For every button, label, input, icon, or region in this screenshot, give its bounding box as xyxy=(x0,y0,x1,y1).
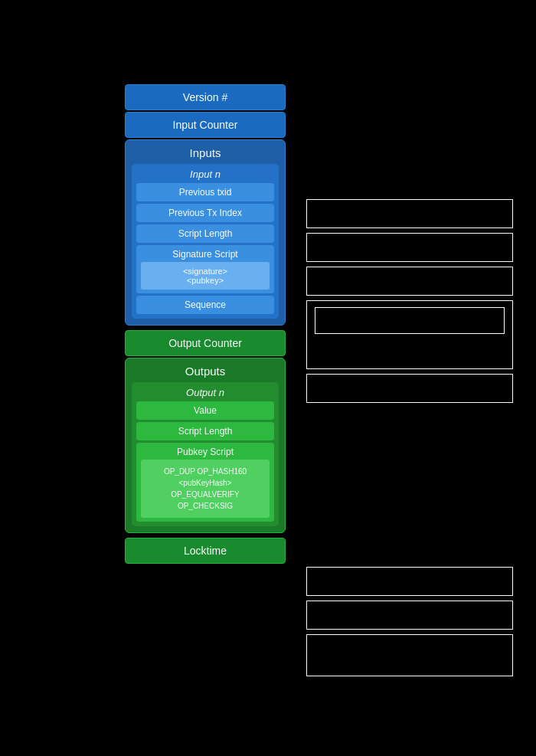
pubkey-script-outer: Pubkey Script OP_DUP OP_HASH160<pubKeyHa… xyxy=(136,443,274,522)
previous-tx-index-block: Previous Tx Index xyxy=(136,204,274,222)
inputs-outer: Inputs Input n Previous txid Previous Tx… xyxy=(125,139,286,326)
pubkey-script-inner: OP_DUP OP_HASH160<pubKeyHash>OP_EQUALVER… xyxy=(141,460,270,518)
outputs-label: Outputs xyxy=(132,365,279,378)
locktime-block: Locktime xyxy=(125,538,286,564)
previous-txid-block: Previous txid xyxy=(136,183,274,201)
outputs-outer: Outputs Output n Value Script Length Pub… xyxy=(125,358,286,533)
input-counter-block: Input Counter xyxy=(125,112,286,138)
value-block: Value xyxy=(136,401,274,420)
input-n-outer: Input n Previous txid Previous Tx Index … xyxy=(132,164,279,319)
output-counter-block: Output Counter xyxy=(125,330,286,356)
input-n-label: Input n xyxy=(136,169,274,180)
right-box-1 xyxy=(306,199,513,228)
right-box-tall xyxy=(306,300,513,369)
signature-script-label: Signature Script xyxy=(141,249,270,260)
version-block: Version # xyxy=(125,84,286,110)
signature-script-inner: <signature><pubkey> xyxy=(141,262,270,290)
script-length-block-input: Script Length xyxy=(136,224,274,243)
locktime-label: Locktime xyxy=(184,545,227,557)
script-length-block-output: Script Length xyxy=(136,422,274,440)
right-box-out-3 xyxy=(306,634,513,676)
right-box-out-2 xyxy=(306,601,513,630)
sequence-block: Sequence xyxy=(136,296,274,314)
version-label: Version # xyxy=(183,91,227,103)
output-n-outer: Output n Value Script Length Pubkey Scri… xyxy=(132,382,279,526)
right-boxes-inputs xyxy=(306,199,513,403)
signature-script-outer: Signature Script <signature><pubkey> xyxy=(136,245,274,293)
output-counter-label: Output Counter xyxy=(168,337,242,349)
pubkey-script-label: Pubkey Script xyxy=(141,447,270,457)
inputs-label: Inputs xyxy=(132,146,279,159)
output-n-label: Output n xyxy=(136,387,274,398)
right-box-5 xyxy=(306,374,513,403)
right-box-out-1 xyxy=(306,567,513,596)
right-box-3 xyxy=(306,267,513,296)
right-boxes-outputs xyxy=(306,567,513,676)
right-box-inner xyxy=(315,307,505,334)
right-box-2 xyxy=(306,233,513,262)
main-diagram: Version # Input Counter Inputs Input n P… xyxy=(125,84,286,564)
input-counter-label: Input Counter xyxy=(173,119,238,131)
